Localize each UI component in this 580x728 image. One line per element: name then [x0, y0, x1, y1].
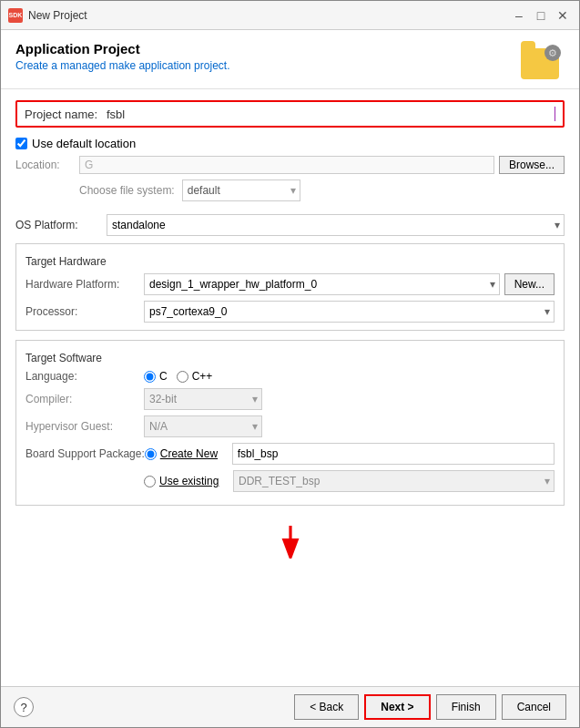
hypervisor-select-wrapper: N/A	[144, 415, 262, 437]
cursor-indicator	[555, 107, 555, 121]
create-new-option[interactable]: Create New	[145, 447, 227, 460]
project-name-row: Project name:	[15, 100, 565, 128]
target-software-section: Target Software Language: C C++	[15, 340, 565, 506]
page-header: Application Project Create a managed mak…	[1, 30, 579, 89]
location-row: Location: Browse...	[15, 156, 565, 174]
file-system-select-wrapper: default	[182, 179, 300, 201]
footer: ? < Back Next > Finish Cancel	[1, 686, 579, 727]
use-default-location-label[interactable]: Use default location	[32, 137, 136, 150]
processor-row: Processor: ps7_cortexa9_0	[25, 301, 555, 323]
arrow-container	[15, 515, 565, 559]
use-existing-row: Use existing DDR_TEST_bsp	[25, 470, 555, 492]
hardware-platform-select[interactable]: design_1_wrapper_hw_platform_0	[144, 273, 500, 295]
footer-left: ?	[14, 697, 34, 717]
cancel-button[interactable]: Cancel	[502, 694, 566, 720]
hardware-platform-row: Hardware Platform: design_1_wrapper_hw_p…	[25, 273, 555, 295]
page-subtitle: Create a managed make application projec…	[15, 59, 229, 72]
compiler-select[interactable]: 32-bit 64-bit	[144, 388, 262, 410]
maximize-button[interactable]: □	[532, 6, 550, 25]
hardware-platform-label: Hardware Platform:	[25, 278, 144, 291]
language-c-radio[interactable]	[144, 371, 156, 383]
new-button[interactable]: New...	[504, 273, 555, 295]
use-existing-option[interactable]: Use existing	[144, 475, 226, 487]
os-platform-row: OS Platform: standalone linux freertos	[15, 214, 565, 236]
target-hardware-section: Target Hardware Hardware Platform: desig…	[15, 243, 565, 331]
minimize-button[interactable]: –	[510, 6, 528, 25]
footer-right: < Back Next > Finish Cancel	[294, 694, 566, 720]
target-software-title: Target Software	[25, 352, 555, 364]
language-c-label: C	[159, 370, 168, 383]
processor-label: Processor:	[25, 305, 144, 318]
app-icon-text: SDK	[9, 12, 23, 18]
use-default-location-checkbox[interactable]	[15, 138, 27, 149]
location-input[interactable]	[79, 156, 494, 174]
target-hardware-title: Target Hardware	[25, 255, 555, 268]
compiler-select-wrapper: 32-bit 64-bit	[144, 388, 262, 410]
file-system-row: Choose file system: default	[15, 179, 565, 201]
location-label: Location:	[15, 159, 79, 171]
use-existing-label: Use existing	[159, 475, 219, 487]
project-name-label: Project name:	[25, 108, 107, 121]
os-platform-select[interactable]: standalone linux freertos	[107, 214, 565, 236]
title-bar: SDK New Project – □ ✕	[1, 1, 579, 30]
app-icon: SDK	[8, 8, 23, 23]
help-button[interactable]: ?	[14, 697, 34, 717]
compiler-row: Compiler: 32-bit 64-bit	[25, 388, 555, 410]
create-new-label: Create New	[160, 447, 218, 460]
language-cpp-label: C++	[192, 370, 213, 383]
form-body: Project name: Use default location Locat…	[1, 89, 579, 686]
finish-button[interactable]: Finish	[436, 694, 496, 720]
create-new-radio[interactable]	[145, 448, 157, 460]
hypervisor-select[interactable]: N/A	[144, 415, 262, 437]
use-default-location-row: Use default location	[15, 137, 565, 150]
os-platform-label: OS Platform:	[15, 219, 107, 231]
hypervisor-row: Hypervisor Guest: N/A	[25, 415, 555, 437]
existing-bsp-select[interactable]: DDR_TEST_bsp	[233, 470, 555, 492]
window: SDK New Project – □ ✕ Application Projec…	[0, 0, 580, 728]
existing-bsp-select-wrapper: DDR_TEST_bsp	[233, 470, 555, 492]
page-header-text: Application Project Create a managed mak…	[15, 41, 229, 72]
os-platform-select-wrapper: standalone linux freertos	[107, 214, 565, 236]
folder-gear-icon: ⚙	[544, 45, 561, 61]
file-system-label: Choose file system:	[79, 184, 175, 197]
language-c-option[interactable]: C	[144, 370, 168, 383]
page-title: Application Project	[15, 41, 229, 56]
language-cpp-option[interactable]: C++	[177, 370, 213, 383]
browse-button[interactable]: Browse...	[499, 156, 565, 174]
next-arrow-icon	[268, 522, 313, 559]
language-radio-group: C C++	[144, 370, 212, 383]
use-existing-radio[interactable]	[144, 476, 156, 487]
bsp-row: Board Support Package: Create New	[25, 443, 555, 465]
compiler-label: Compiler:	[25, 393, 144, 405]
window-controls: – □ ✕	[510, 6, 572, 25]
next-button[interactable]: Next >	[364, 694, 430, 720]
language-row: Language: C C++	[25, 370, 555, 383]
language-label: Language:	[25, 370, 144, 383]
processor-select[interactable]: ps7_cortexa9_0	[144, 301, 555, 323]
hardware-platform-select-wrapper: design_1_wrapper_hw_platform_0	[144, 273, 500, 295]
page-header-icon: ⚙	[521, 41, 565, 81]
language-cpp-radio[interactable]	[177, 371, 188, 383]
folder-icon: ⚙	[521, 48, 559, 79]
bsp-label: Board Support Package:	[25, 447, 145, 460]
back-button[interactable]: < Back	[294, 694, 359, 720]
content: Application Project Create a managed mak…	[1, 30, 579, 727]
bsp-name-input[interactable]	[232, 443, 555, 465]
hypervisor-label: Hypervisor Guest:	[25, 420, 144, 433]
window-title: New Project	[28, 9, 510, 22]
close-button[interactable]: ✕	[554, 6, 572, 25]
processor-select-wrapper: ps7_cortexa9_0	[144, 301, 555, 323]
project-name-input[interactable]	[107, 108, 554, 121]
file-system-select[interactable]: default	[182, 179, 300, 201]
